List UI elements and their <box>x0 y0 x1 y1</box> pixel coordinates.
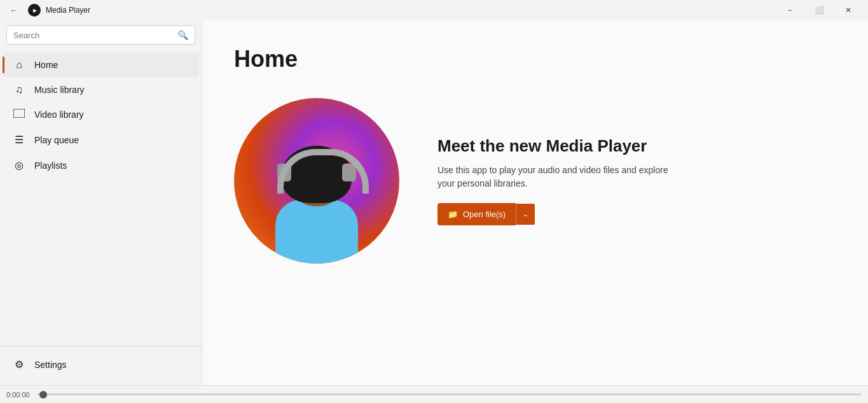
open-files-dropdown-button[interactable]: ⌄ <box>516 204 535 225</box>
progress-thumb[interactable] <box>39 391 47 399</box>
sidebar-item-music-library[interactable]: ♫ Music library <box>3 78 199 102</box>
page-title: Home <box>234 46 836 73</box>
settings-icon: ⚙ <box>13 358 25 371</box>
window-controls: − ⬜ ✕ <box>775 0 863 20</box>
minimize-button[interactable]: − <box>775 0 804 20</box>
main-content: Home Meet the new Media Player Use this … <box>202 20 868 385</box>
maximize-button[interactable]: ⬜ <box>804 0 834 20</box>
home-icon: ⌂ <box>13 59 25 71</box>
search-box[interactable]: 🔍 <box>6 25 195 45</box>
video-icon <box>13 109 25 120</box>
app-logo-icon <box>28 4 41 17</box>
progress-track[interactable] <box>37 393 862 395</box>
current-time: 0:00:00 <box>6 391 32 399</box>
sidebar-item-queue-label: Play queue <box>34 135 79 145</box>
headphone-left-icon <box>277 164 291 181</box>
open-files-button-group: 📁 Open file(s) ⌄ <box>437 203 535 225</box>
home-card: Meet the new Media Player Use this app t… <box>234 98 836 264</box>
progress-bar-area: 0:00:00 <box>0 385 868 403</box>
search-input[interactable] <box>13 31 172 40</box>
back-button[interactable]: ← <box>5 1 23 19</box>
svg-rect-0 <box>13 109 25 118</box>
home-headline: Meet the new Media Player <box>437 136 679 156</box>
app-title: Media Player <box>46 6 90 15</box>
sidebar: 🔍 ⌂ Home ♫ Music library Video library <box>0 20 202 385</box>
app-body: 🔍 ⌂ Home ♫ Music library Video library <box>0 20 868 385</box>
home-subtext: Use this app to play your audio and vide… <box>437 164 679 190</box>
sidebar-item-video-label: Video library <box>34 110 84 120</box>
sidebar-item-video-library[interactable]: Video library <box>3 103 199 127</box>
open-files-main-button[interactable]: 📁 Open file(s) <box>437 203 516 225</box>
sidebar-item-home[interactable]: ⌂ Home <box>3 53 199 77</box>
playlist-icon: ◎ <box>13 159 25 171</box>
person-figure <box>275 152 358 264</box>
settings-item[interactable]: ⚙ Settings <box>3 352 199 377</box>
person-body <box>275 200 358 264</box>
sidebar-item-play-queue[interactable]: ☰ Play queue <box>3 127 199 152</box>
folder-icon: 📁 <box>448 209 458 219</box>
search-icon: 🔍 <box>177 30 188 40</box>
sidebar-item-playlists-label: Playlists <box>34 160 67 171</box>
close-button[interactable]: ✕ <box>834 0 863 20</box>
sidebar-item-home-label: Home <box>34 60 58 70</box>
sidebar-bottom: ⚙ Settings <box>0 346 202 385</box>
music-icon: ♫ <box>13 84 25 95</box>
headphone-right-icon <box>342 164 356 181</box>
sidebar-item-music-label: Music library <box>34 85 85 95</box>
nav-items: ⌂ Home ♫ Music library Video library ☰ P… <box>0 50 202 346</box>
queue-icon: ☰ <box>13 134 25 146</box>
home-text-area: Meet the new Media Player Use this app t… <box>437 136 679 225</box>
sidebar-item-playlists[interactable]: ◎ Playlists <box>3 153 199 178</box>
avatar-illustration <box>234 98 399 264</box>
settings-label: Settings <box>34 360 67 370</box>
person-head <box>291 152 342 206</box>
open-files-label: Open file(s) <box>463 209 506 219</box>
title-bar: ← Media Player − ⬜ ✕ <box>0 0 868 20</box>
